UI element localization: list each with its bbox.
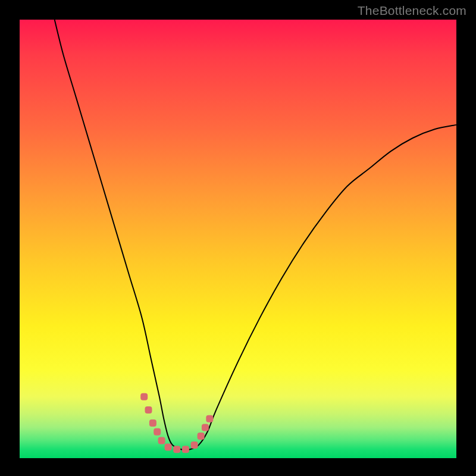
marker-dot: [173, 446, 180, 453]
marker-group: [140, 393, 213, 453]
marker-dot: [191, 441, 198, 449]
marker-dot: [202, 424, 209, 431]
marker-dot: [165, 444, 172, 451]
curve-layer: [20, 20, 456, 458]
marker-dot: [154, 428, 161, 436]
marker-dot: [140, 393, 148, 400]
marker-dot: [182, 446, 189, 453]
marker-dot: [145, 406, 152, 414]
watermark-text: TheBottleneck.com: [358, 4, 466, 18]
chart-frame: TheBottleneck.com: [0, 0, 476, 476]
plot-area: [20, 20, 456, 458]
marker-dot: [198, 433, 205, 440]
bottleneck-curve: [55, 20, 456, 450]
marker-dot: [206, 415, 213, 422]
marker-dot: [149, 419, 156, 427]
marker-dot: [158, 437, 165, 444]
